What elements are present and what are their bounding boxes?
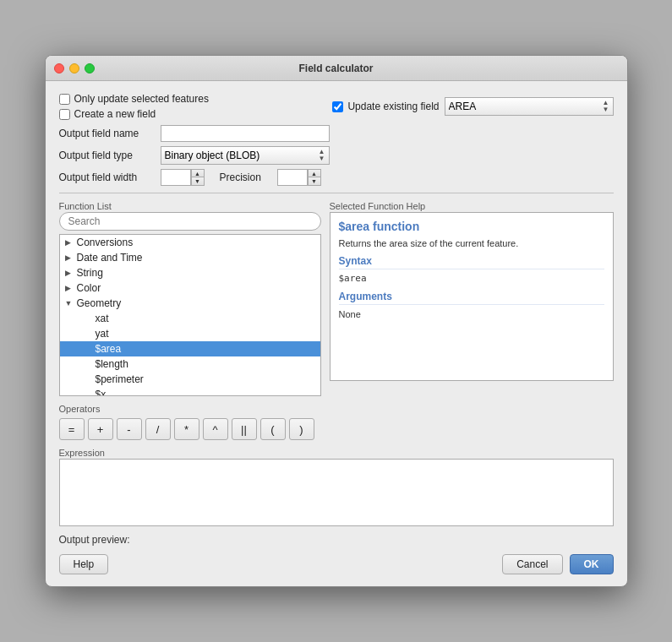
- output-field-name-label: Output field name: [59, 128, 161, 139]
- down-arrow-icon: ▼: [319, 155, 325, 162]
- list-item[interactable]: ▶ Date and Time: [60, 250, 320, 265]
- only-update-checkbox[interactable]: [59, 94, 70, 105]
- op-equals-button[interactable]: =: [59, 418, 85, 440]
- precision-spinner: 0 ▲ ▼: [277, 169, 321, 186]
- op-concat-button[interactable]: ||: [232, 418, 257, 440]
- item-label: xat: [96, 313, 109, 324]
- minimize-button[interactable]: [69, 63, 79, 73]
- expression-label: Expression: [59, 448, 105, 458]
- output-field-type-label: Output field type: [59, 150, 161, 161]
- close-button[interactable]: [54, 63, 64, 73]
- help-syntax-header: Syntax: [339, 255, 604, 269]
- item-label: Date and Time: [77, 252, 143, 264]
- help-button[interactable]: Help: [59, 554, 109, 574]
- width-input[interactable]: 0: [161, 169, 191, 186]
- update-field-arrows: ▲ ▼: [603, 100, 609, 113]
- list-item[interactable]: ▶ String: [60, 265, 320, 280]
- main-window: Field calculator Only update selected fe…: [45, 55, 628, 587]
- create-new-checkbox[interactable]: [59, 109, 70, 120]
- maximize-button[interactable]: [85, 63, 95, 73]
- item-label: $area: [96, 343, 122, 355]
- left-panel: Function List ▶ Conversions ▶ Date and T…: [59, 200, 321, 396]
- only-update-label: Only update selected features: [74, 93, 209, 105]
- op-openparen-button[interactable]: (: [260, 418, 286, 440]
- chevron-down-icon: ▼: [65, 299, 77, 307]
- function-list-label: Function List: [59, 201, 112, 211]
- width-precision-row: Output field width 0 ▲ ▼ Precision 0 ▲ ▼: [59, 169, 614, 186]
- width-btn-group: ▲ ▼: [191, 169, 205, 186]
- list-item[interactable]: $x: [60, 387, 320, 396]
- update-field-select-wrap[interactable]: AREA ▲ ▼: [445, 97, 614, 116]
- op-minus-button[interactable]: -: [117, 418, 142, 440]
- output-field-type-select[interactable]: Binary object (BLOB): [165, 150, 317, 161]
- item-label: yat: [96, 328, 109, 340]
- operators-section: Operators = + - / * ^ || ( ): [59, 403, 614, 440]
- chevron-right-icon: ▶: [65, 269, 77, 277]
- help-panel: $area function Returns the area size of …: [330, 212, 614, 381]
- help-section-label: Selected Function Help: [330, 201, 426, 211]
- update-field-select[interactable]: AREA: [449, 101, 601, 112]
- only-update-row: Only update selected features: [59, 93, 209, 105]
- precision-input[interactable]: 0: [277, 169, 308, 186]
- list-item-area[interactable]: $area: [60, 341, 320, 356]
- output-field-name-input[interactable]: [161, 125, 330, 142]
- item-label: $perimeter: [96, 373, 144, 385]
- item-label: $length: [96, 358, 128, 370]
- item-label: Geometry: [77, 297, 122, 309]
- list-item[interactable]: yat: [60, 326, 320, 341]
- precision-down-btn[interactable]: ▼: [309, 177, 320, 185]
- list-item[interactable]: ▼ Geometry: [60, 296, 320, 311]
- right-panel: Selected Function Help $area function Re…: [330, 200, 614, 396]
- width-up-btn[interactable]: ▲: [192, 170, 204, 177]
- op-closeparen-button[interactable]: ): [289, 418, 314, 440]
- search-input[interactable]: [59, 212, 321, 231]
- list-item[interactable]: ▶ Color: [60, 280, 320, 296]
- width-down-btn[interactable]: ▼: [192, 177, 204, 185]
- precision-up-btn[interactable]: ▲: [309, 170, 320, 177]
- update-existing-row: Update existing field: [332, 101, 439, 112]
- output-field-width-label: Output field width: [59, 171, 161, 183]
- expression-textarea[interactable]: [59, 459, 614, 526]
- main-area: Function List ▶ Conversions ▶ Date and T…: [59, 200, 614, 396]
- operators-row: = + - / * ^ || ( ): [59, 418, 614, 440]
- chevron-right-icon: ▶: [65, 284, 77, 292]
- ok-button[interactable]: OK: [570, 554, 614, 574]
- op-divide-button[interactable]: /: [145, 418, 171, 440]
- bottom-row: Help Cancel OK: [59, 554, 614, 574]
- list-item[interactable]: ▶ Conversions: [60, 235, 320, 250]
- titlebar: Field calculator: [46, 56, 627, 81]
- right-buttons: Cancel OK: [502, 554, 613, 574]
- function-list[interactable]: ▶ Conversions ▶ Date and Time ▶ String ▶…: [59, 234, 321, 396]
- help-arguments-value: None: [339, 309, 361, 319]
- help-arguments-header: Arguments: [339, 291, 604, 305]
- output-preview-label: Output preview:: [59, 534, 130, 546]
- item-label: Color: [77, 282, 101, 294]
- divider: [59, 193, 614, 193]
- op-power-button[interactable]: ^: [203, 418, 228, 440]
- create-new-label: Create a new field: [74, 108, 156, 120]
- item-label: Conversions: [77, 237, 134, 248]
- window-title: Field calculator: [298, 63, 373, 74]
- output-field-type-select-wrap[interactable]: Binary object (BLOB) ▲ ▼: [161, 146, 330, 165]
- down-arrow-icon: ▼: [603, 106, 609, 113]
- op-multiply-button[interactable]: *: [174, 418, 199, 440]
- width-spinner: 0 ▲ ▼: [161, 169, 205, 186]
- chevron-right-icon: ▶: [65, 238, 77, 247]
- type-arrows: ▲ ▼: [319, 149, 325, 162]
- list-item[interactable]: $perimeter: [60, 372, 320, 387]
- op-plus-button[interactable]: +: [88, 418, 113, 440]
- update-field-container: Update existing field AREA ▲ ▼: [332, 97, 613, 116]
- list-item[interactable]: $length: [60, 356, 320, 372]
- help-title: $area function: [339, 220, 604, 233]
- precision-label: Precision: [220, 171, 270, 183]
- help-syntax-code: $area: [339, 273, 604, 284]
- update-existing-checkbox[interactable]: [332, 101, 343, 112]
- list-item[interactable]: xat: [60, 311, 320, 326]
- chevron-right-icon: ▶: [65, 253, 77, 262]
- cancel-button[interactable]: Cancel: [502, 554, 562, 574]
- create-new-row: Create a new field: [59, 108, 209, 120]
- update-existing-label: Update existing field: [347, 101, 439, 112]
- output-preview-row: Output preview:: [59, 534, 614, 546]
- output-field-name-row: Output field name: [59, 125, 614, 142]
- expression-section: Expression: [59, 447, 614, 529]
